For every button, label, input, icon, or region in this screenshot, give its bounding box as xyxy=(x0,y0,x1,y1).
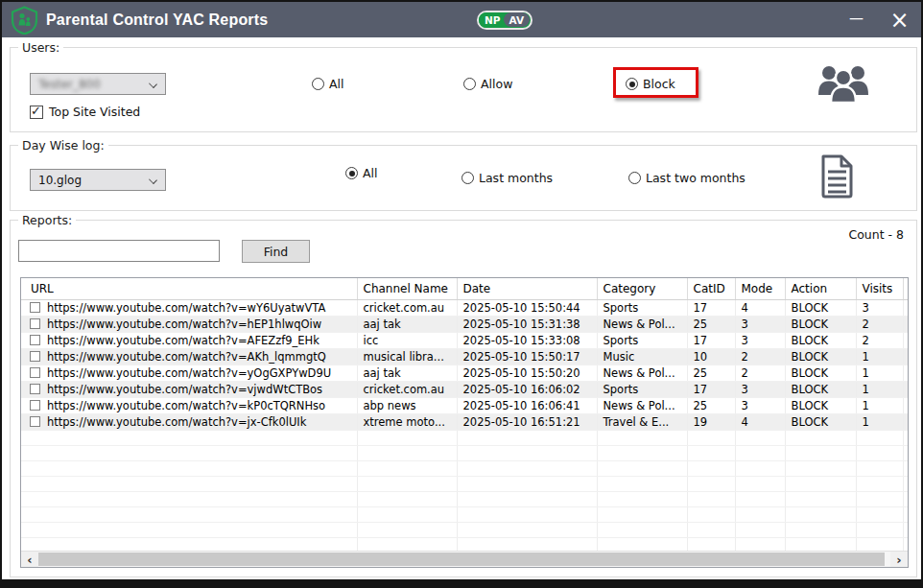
empty-cell xyxy=(735,491,785,506)
user-dropdown-value: Tester_800 xyxy=(38,78,101,91)
url-cell: https://www.youtube.com/watch?v=AFEZzf9_… xyxy=(21,332,357,348)
cell: Sports xyxy=(597,299,687,316)
table-row[interactable]: https://www.youtube.com/watch?v=vjwdWtCT… xyxy=(21,381,908,397)
column-header-visits[interactable]: Visits xyxy=(856,278,903,299)
daywise-radio-last-months[interactable]: Last months xyxy=(462,171,553,185)
empty-cell xyxy=(21,476,357,491)
cell: 17 xyxy=(687,299,735,316)
npav-av-label: AV xyxy=(504,12,530,27)
row-checkbox[interactable] xyxy=(30,302,40,313)
row-checkbox[interactable] xyxy=(30,384,40,394)
horizontal-scrollbar[interactable]: ‹ › xyxy=(21,551,908,567)
empty-table-row xyxy=(21,460,908,476)
daywise-radio-last-two-months[interactable]: Last two months xyxy=(628,171,746,185)
user-dropdown[interactable]: Tester_800 xyxy=(30,73,166,95)
users-radio-block[interactable]: Block xyxy=(626,77,675,91)
find-button[interactable]: Find xyxy=(242,240,310,263)
empty-table-row xyxy=(21,445,908,460)
empty-cell xyxy=(21,491,357,506)
empty-cell xyxy=(903,430,908,445)
scrollbar-thumb[interactable] xyxy=(38,553,885,566)
top-site-visited-checkbox[interactable]: ✓ Top Site Visited xyxy=(30,105,140,119)
cell: aaj tak xyxy=(357,365,457,381)
column-header-mode[interactable]: Mode xyxy=(735,278,785,299)
users-radio-all[interactable]: All xyxy=(312,77,344,91)
empty-cell xyxy=(687,522,735,537)
users-radio-allow[interactable]: Allow xyxy=(463,77,512,91)
close-button[interactable]: × xyxy=(878,2,921,37)
url-cell: https://www.youtube.com/watch?v=vjwdWtCT… xyxy=(21,381,357,397)
table-row[interactable]: https://www.youtube.com/watch?v=wY6Uyatw… xyxy=(21,299,908,316)
table-row[interactable]: https://www.youtube.com/watch?v=AFEZzf9_… xyxy=(21,332,908,348)
empty-cell xyxy=(687,476,735,491)
minimize-button[interactable]: — xyxy=(835,2,878,37)
empty-cell xyxy=(457,476,597,491)
column-header-date[interactable]: Date xyxy=(457,278,597,299)
cell: 3 xyxy=(735,397,785,413)
daywise-radio-all[interactable]: All xyxy=(345,166,378,180)
filler-cell xyxy=(903,348,908,365)
cell: BLOCK xyxy=(785,299,856,316)
empty-cell xyxy=(856,460,903,476)
empty-cell xyxy=(785,491,856,506)
empty-cell xyxy=(597,460,687,476)
empty-cell xyxy=(597,522,687,537)
column-header-url[interactable]: URL xyxy=(21,278,357,299)
empty-cell xyxy=(785,445,856,460)
empty-cell xyxy=(856,522,903,537)
empty-cell xyxy=(457,491,597,506)
radio-label: Last two months xyxy=(646,171,746,185)
table-row[interactable]: https://www.youtube.com/watch?v=kP0cTQRN… xyxy=(21,397,908,413)
cell: 25 xyxy=(687,365,735,381)
daywise-dropdown[interactable]: 10.glog xyxy=(30,169,166,191)
cell: xtreme moto... xyxy=(357,413,457,430)
empty-cell xyxy=(597,430,687,445)
table-row[interactable]: https://www.youtube.com/watch?v=AKh_lqmm… xyxy=(21,348,908,365)
radio-circle xyxy=(312,78,324,90)
filler-cell xyxy=(903,332,908,348)
row-checkbox[interactable] xyxy=(30,416,40,427)
column-header-category[interactable]: Category xyxy=(597,278,687,299)
radio-circle xyxy=(345,167,358,179)
search-input[interactable] xyxy=(18,240,220,262)
empty-cell xyxy=(785,506,856,522)
empty-cell xyxy=(597,506,687,522)
row-checkbox[interactable] xyxy=(30,318,40,329)
table-row[interactable]: https://www.youtube.com/watch?v=yOgGXPYw… xyxy=(21,365,908,381)
cell: 2025-05-10 16:51:21 xyxy=(457,413,597,430)
row-checkbox[interactable] xyxy=(30,367,40,378)
scroll-left-arrow-icon[interactable]: ‹ xyxy=(21,552,38,567)
cell: 10 xyxy=(687,348,735,365)
column-header-channel-name[interactable]: Channel Name xyxy=(357,278,457,299)
npav-np-label: NP xyxy=(479,12,504,28)
row-checkbox[interactable] xyxy=(30,351,40,362)
empty-cell xyxy=(785,522,856,537)
column-header-action[interactable]: Action xyxy=(785,278,856,299)
cell: BLOCK xyxy=(785,332,856,348)
row-checkbox[interactable] xyxy=(30,335,40,345)
users-group-legend: Users: xyxy=(18,40,63,55)
table-row[interactable]: https://www.youtube.com/watch?v=hEP1hlwq… xyxy=(21,316,908,332)
empty-cell xyxy=(597,476,687,491)
cell: 25 xyxy=(687,397,735,413)
empty-table-row xyxy=(21,522,908,537)
column-header-catid[interactable]: CatID xyxy=(687,278,735,299)
cell: 3 xyxy=(735,332,785,348)
npav-badge: NP AV xyxy=(477,11,532,30)
reports-table-container: URLChannel NameDateCategoryCatIDModeActi… xyxy=(20,277,909,568)
cell: News & Pol... xyxy=(597,316,687,332)
table-row[interactable]: https://www.youtube.com/watch?v=jx-Cfk0l… xyxy=(21,413,908,430)
cell: 2025-05-10 15:50:20 xyxy=(457,365,597,381)
empty-cell xyxy=(687,445,735,460)
cell: 3 xyxy=(735,316,785,332)
cell: 3 xyxy=(856,299,903,316)
cell: 19 xyxy=(687,413,735,430)
title-bar: Parental Control YAC Reports NP AV — × xyxy=(2,2,921,37)
check-icon: ✓ xyxy=(31,104,41,118)
scroll-right-arrow-icon[interactable]: › xyxy=(890,552,908,567)
daywise-dropdown-value: 10.glog xyxy=(38,174,82,187)
empty-cell xyxy=(735,522,785,537)
row-checkbox[interactable] xyxy=(30,400,40,411)
empty-cell xyxy=(856,445,903,460)
url-text: https://www.youtube.com/watch?v=vjwdWtCT… xyxy=(47,383,322,396)
